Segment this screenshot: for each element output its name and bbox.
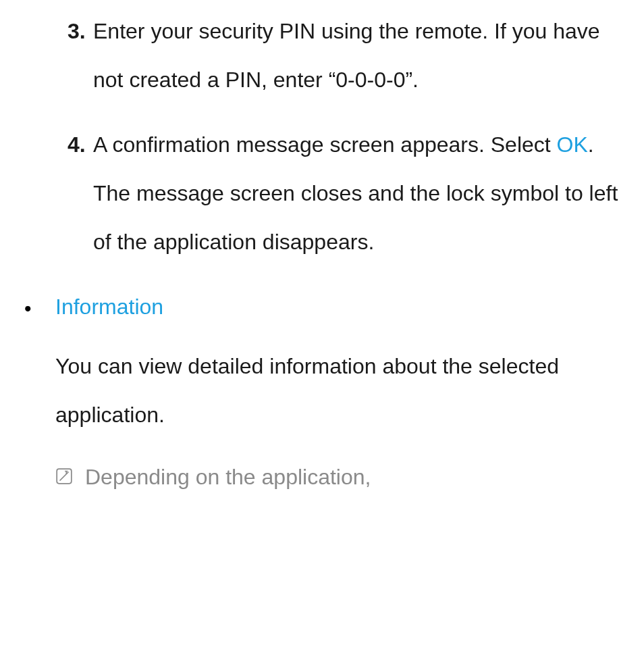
step-4-pre: A confirmation message screen appears. S… xyxy=(93,132,557,157)
note-icon xyxy=(55,453,85,501)
information-title: Information xyxy=(55,282,163,332)
information-bullet: Information xyxy=(0,282,644,332)
bullet-icon xyxy=(24,282,55,332)
note-text: Depending on the application, xyxy=(85,453,644,501)
step-4-text: A confirmation message screen appears. S… xyxy=(93,120,644,266)
note: Depending on the application, xyxy=(0,453,644,501)
svg-line-1 xyxy=(60,472,69,481)
step-4-number: 4. xyxy=(68,120,93,266)
step-4: 4. A confirmation message screen appears… xyxy=(0,120,644,266)
ok-link[interactable]: OK xyxy=(557,132,588,157)
information-body: You can view detailed information about … xyxy=(0,342,644,439)
step-3-text: Enter your security PIN using the remote… xyxy=(93,7,644,104)
step-3: 3. Enter your security PIN using the rem… xyxy=(0,7,644,104)
step-3-number: 3. xyxy=(68,7,93,104)
